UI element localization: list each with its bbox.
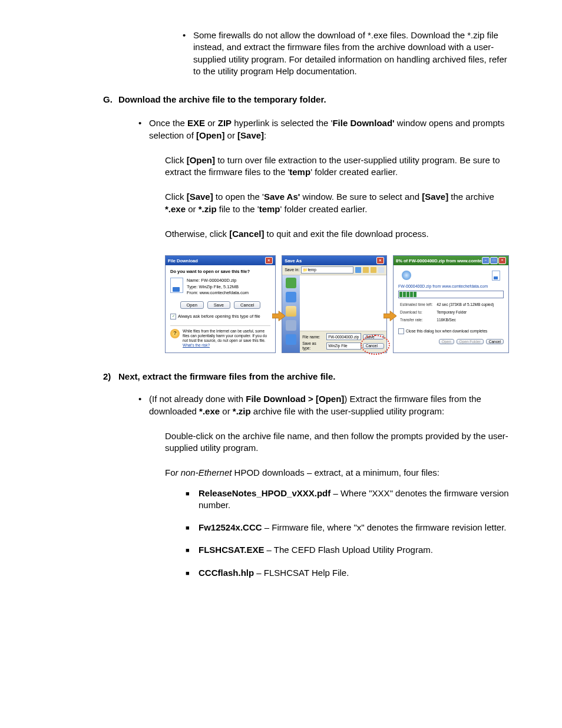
cancel-button[interactable]: Cancel xyxy=(234,301,260,309)
bullet-firewall: • Some firewalls do not allow the downlo… xyxy=(183,29,509,77)
always-ask-label: Always ask before opening this type of f… xyxy=(178,314,260,319)
open-button[interactable]: Open xyxy=(180,301,204,309)
t: Type: xyxy=(187,284,197,289)
document-icon xyxy=(492,271,500,281)
t: temp xyxy=(289,167,310,177)
minimize-icon[interactable]: – xyxy=(482,257,490,264)
download-progress-dialog: 8% of FW-0000400D.zip from www.comtechef… xyxy=(393,255,509,353)
t: Click xyxy=(165,192,187,202)
t: *.exe xyxy=(199,406,220,416)
save-in-field[interactable]: 📁 temp xyxy=(301,266,353,274)
file-item-help: ■ CCCflash.hlp – FLSHCSAT Help File. xyxy=(186,567,509,579)
screenshot-panel: File Download × Do you want to open or s… xyxy=(165,255,509,353)
warning-icon: ? xyxy=(170,329,180,338)
computer-icon[interactable] xyxy=(286,320,296,331)
filename-label: File name: xyxy=(302,335,325,340)
t: Estimated time left: xyxy=(399,302,435,308)
svg-marker-0 xyxy=(272,311,285,321)
t: window. Be sure to select and xyxy=(300,192,422,202)
cancel-button[interactable]: Cancel xyxy=(486,339,504,345)
network-icon[interactable] xyxy=(286,334,296,345)
desktop-icon[interactable] xyxy=(286,292,296,302)
t: or xyxy=(220,406,233,416)
section-g-bullet-text: Once the EXE or ZIP hyperlink is selecte… xyxy=(149,117,509,141)
bullet-marker: • xyxy=(138,117,149,141)
t: Temporary Folder xyxy=(436,309,494,316)
file-item-flshcsat: ■ FLSHCSAT.EXE – The CEFD Flash Upload U… xyxy=(186,544,509,556)
t: Name: xyxy=(187,278,200,283)
t: File Download' xyxy=(332,118,394,128)
close-icon[interactable]: × xyxy=(498,257,506,264)
section-g-save-para: Click [Save] to open the 'Save As' windo… xyxy=(165,191,509,215)
t: ReleaseNotes_HPOD_vXXX.pdf xyxy=(199,488,330,498)
filename-input[interactable]: FW-0000400D.zip xyxy=(326,333,361,340)
t: FW-0000400D.zip xyxy=(201,278,236,283)
t: Otherwise, click xyxy=(165,229,229,239)
file-download-question: Do you want to open or save this file? xyxy=(170,269,270,274)
risk-link[interactable]: What's the risk? xyxy=(183,343,210,347)
maximize-icon[interactable]: □ xyxy=(490,257,498,264)
documents-icon[interactable] xyxy=(286,306,296,317)
section-2-bullet: • (If not already done with File Downloa… xyxy=(138,393,509,417)
t: – Firmware file, where "x" denotes the f… xyxy=(262,522,507,532)
t: HPOD downloads – extract, at a minimum, … xyxy=(232,467,439,477)
t: or xyxy=(205,118,218,128)
bullet-marker: • xyxy=(183,29,193,77)
transfer-animation xyxy=(398,269,504,282)
t: (If not already done with xyxy=(149,394,246,404)
svg-marker-1 xyxy=(384,311,396,321)
t: to open the ' xyxy=(213,192,264,202)
recent-icon[interactable] xyxy=(286,278,296,288)
section-g-open-para: Click [Open] to turn over file extractio… xyxy=(165,154,509,179)
t: archive file with the user-supplied util… xyxy=(251,406,444,416)
save-button[interactable]: Save xyxy=(363,334,384,340)
t: hyperlink is selected the ' xyxy=(232,118,332,128)
file-download-body: Do you want to open or save this file? N… xyxy=(166,265,275,353)
square-bullet: ■ xyxy=(186,522,199,533)
t: to quit and exit the file download proce… xyxy=(264,229,428,239)
section-g-heading: G. Download the archive file to the temp… xyxy=(103,94,509,106)
saveastype-input[interactable]: WinZip File xyxy=(326,342,361,350)
section-g-bullet: • Once the EXE or ZIP hyperlink is selec… xyxy=(138,117,509,141)
t: Click xyxy=(165,155,187,165)
progress-title: 8% of FW-0000400D.zip from www.comtechef… xyxy=(396,258,482,263)
t: WinZip File, 5.12MB xyxy=(199,284,239,289)
t: File Download > [Open] xyxy=(246,394,344,404)
t: Save As' xyxy=(264,192,300,202)
t: While files from the Internet can be use… xyxy=(183,329,270,348)
square-bullet: ■ xyxy=(186,487,199,512)
t: FLSHCSAT.EXE – The CEFD Flash Upload Uti… xyxy=(199,544,433,556)
open-button: Open xyxy=(439,339,454,345)
t: [Open] xyxy=(196,130,224,140)
save-button[interactable]: Save xyxy=(207,301,230,309)
new-folder-icon[interactable] xyxy=(371,267,376,273)
close-icon[interactable]: × xyxy=(265,257,273,264)
t: the archive xyxy=(448,192,494,202)
cancel-button[interactable]: Cancel xyxy=(363,343,384,349)
back-icon[interactable] xyxy=(355,267,361,273)
file-download-info: Name: FW-0000400D.zip Type: WinZip File,… xyxy=(187,278,249,297)
arrow-icon xyxy=(384,310,396,322)
saveastype-label: Save as type: xyxy=(302,341,325,351)
up-icon[interactable] xyxy=(363,267,369,273)
globe-icon xyxy=(402,271,411,280)
open-folder-button: Open Folder xyxy=(457,339,484,345)
t: CCCflash.hlp xyxy=(199,568,254,578)
t: ReleaseNotes_HPOD_vXXX.pdf – Where "XXX"… xyxy=(199,487,509,512)
close-icon[interactable]: × xyxy=(376,257,384,264)
square-bullet: ■ xyxy=(186,567,199,579)
views-icon[interactable] xyxy=(378,267,384,273)
file-list-area[interactable] xyxy=(300,275,386,331)
t: *.zip xyxy=(199,204,217,214)
t: [Save] xyxy=(237,130,264,140)
file-download-warning: ? While files from the Internet can be u… xyxy=(170,325,270,348)
t: FLSHCSAT.EXE xyxy=(199,545,264,555)
t: ' folder created earlier. xyxy=(310,167,398,177)
section-g-cancel-para: Otherwise, click [Cancel] to quit and ex… xyxy=(165,228,509,240)
t: temp xyxy=(308,268,316,272)
t: *.zip xyxy=(233,406,251,416)
close-when-done-checkbox[interactable] xyxy=(398,328,404,334)
always-ask-checkbox[interactable]: ✓ xyxy=(170,314,176,319)
t: 42 sec (373KB of 5.12MB copied) xyxy=(436,302,494,308)
file-download-dialog: File Download × Do you want to open or s… xyxy=(165,255,276,353)
